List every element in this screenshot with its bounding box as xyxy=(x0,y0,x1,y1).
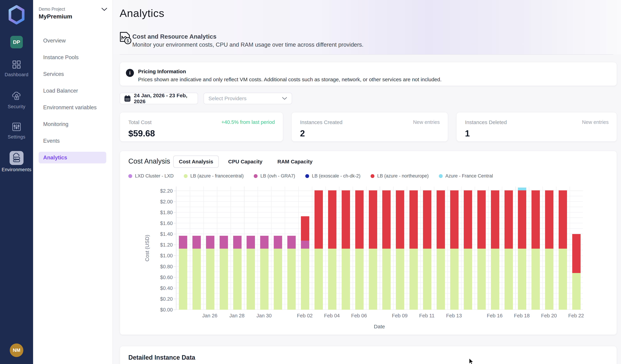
chart-legend: LXD Cluster - LXDLB (azure - francecentr… xyxy=(128,173,493,179)
app-screen: DP Dashboard Security Settings Environme… xyxy=(0,0,621,364)
stat-value: 2 xyxy=(300,128,305,138)
sidebar-item-events[interactable]: Events xyxy=(39,135,106,147)
legend-item[interactable]: LB (exoscale - ch-dk-2) xyxy=(305,173,361,179)
bar-segment xyxy=(369,249,377,310)
bar-jan-28[interactable] xyxy=(233,236,242,310)
date-range-picker[interactable]: 24 Jan, 2026 - 23 Feb, 2026 xyxy=(120,93,198,104)
bar-feb-04[interactable] xyxy=(328,190,336,310)
legend-item[interactable]: Azure - France Central xyxy=(439,173,493,179)
legend-label: LB (exoscale - ch-dk-2) xyxy=(312,173,361,179)
sidebar-item-instance-pools[interactable]: Instance Pools xyxy=(39,51,106,63)
bar-feb-19[interactable] xyxy=(532,190,540,310)
bar-segment xyxy=(342,190,350,249)
legend-item[interactable]: LXD Cluster - LXD xyxy=(128,173,174,179)
app-logo[interactable] xyxy=(0,0,33,30)
bar-segment xyxy=(301,216,309,241)
rail-item-environments[interactable]: Environments xyxy=(0,151,33,172)
bar-segment xyxy=(260,236,269,249)
sliders-icon xyxy=(11,121,22,132)
legend-item[interactable]: LB (ovh - GRA7) xyxy=(254,173,295,179)
bar-segment xyxy=(382,249,391,310)
sidebar-item-services[interactable]: Services xyxy=(39,68,106,80)
legend-item[interactable]: LB (azure - francecentral) xyxy=(184,173,244,179)
bar-segment xyxy=(220,236,228,249)
user-avatar[interactable]: NM xyxy=(10,344,23,357)
sidebar-item-overview[interactable]: Overview xyxy=(39,35,106,47)
project-avatar[interactable]: DP xyxy=(10,36,23,48)
rail-item-label: Dashboard xyxy=(5,72,29,77)
tab-cost-analysis[interactable]: Cost Analysis xyxy=(173,156,219,168)
bar-feb-12[interactable] xyxy=(437,190,445,310)
legend-dot xyxy=(439,174,443,178)
bar-segment xyxy=(504,249,513,310)
bar-feb-15[interactable] xyxy=(477,190,486,310)
bar-segment xyxy=(206,236,214,249)
bar-feb-06[interactable] xyxy=(355,190,364,310)
bar-feb-10[interactable] xyxy=(409,190,418,310)
svg-text:$: $ xyxy=(127,38,129,43)
y-tick-mark xyxy=(173,288,176,288)
bar-feb-14[interactable] xyxy=(464,190,472,310)
section-title: Cost and Resource Analytics xyxy=(132,33,216,40)
bar-feb-21[interactable] xyxy=(559,190,567,310)
provider-select[interactable]: Select Providers xyxy=(204,93,292,104)
detail-section-title: Detailed Instance Data xyxy=(128,354,195,361)
bar-feb-16[interactable] xyxy=(491,190,499,310)
rail-item-security[interactable]: Security xyxy=(0,91,33,109)
header-divider xyxy=(120,54,613,55)
bar-jan-30[interactable] xyxy=(260,236,269,310)
chevron-down-icon[interactable] xyxy=(101,8,107,11)
bar-feb-02[interactable] xyxy=(301,216,309,310)
rail-item-label: Environments xyxy=(1,167,31,172)
y-tick-mark xyxy=(173,191,176,191)
tab-ram-capacity[interactable]: RAM Capacity xyxy=(272,156,318,168)
bar-segment xyxy=(450,190,459,249)
bar-jan-26[interactable] xyxy=(206,236,214,310)
bar-feb-11[interactable] xyxy=(423,190,431,310)
bar-feb-13[interactable] xyxy=(450,190,459,310)
y-tick-label: $2.20 xyxy=(160,188,173,194)
rail-item-settings[interactable]: Settings xyxy=(0,121,33,140)
bar-segment xyxy=(504,190,513,249)
cost-analytics-icon: $ xyxy=(120,32,132,46)
bar-feb-17[interactable] xyxy=(504,190,513,310)
bar-feb-07[interactable] xyxy=(369,190,377,310)
bar-segment xyxy=(477,249,486,310)
legend-item[interactable]: LB (azure - northeurope) xyxy=(371,173,429,179)
bar-feb-01[interactable] xyxy=(287,236,296,310)
rail-item-label: Security xyxy=(8,104,25,109)
provider-select-placeholder: Select Providers xyxy=(208,96,246,101)
bar-segment xyxy=(477,190,486,249)
project-switcher[interactable]: Demo Project MyPremium xyxy=(39,7,108,20)
chart-plot-area: Jan 26Jan 28Jan 30Feb 02Feb 04Feb 06Feb … xyxy=(176,186,583,310)
detailed-instance-data-card: Detailed Instance Data xyxy=(120,346,617,364)
bar-jan-29[interactable] xyxy=(247,236,255,310)
bar-jan-24[interactable] xyxy=(179,236,187,310)
bar-segment xyxy=(274,236,282,249)
chart-plot[interactable] xyxy=(176,186,583,310)
sidebar-item-monitoring[interactable]: Monitoring xyxy=(39,118,106,130)
rail-item-dashboard[interactable]: Dashboard xyxy=(0,59,33,77)
bar-feb-20[interactable] xyxy=(545,190,553,310)
bar-jan-31[interactable] xyxy=(274,236,282,310)
pricing-banner-body: Prices shown are indicative and only ref… xyxy=(138,77,442,83)
bar-feb-05[interactable] xyxy=(342,190,350,310)
bar-feb-03[interactable] xyxy=(314,190,323,310)
bar-feb-18[interactable] xyxy=(518,188,526,310)
tab-cpu-capacity[interactable]: CPU Capacity xyxy=(223,156,268,168)
x-tick-label: Feb 16 xyxy=(487,313,502,319)
bar-feb-08[interactable] xyxy=(382,190,391,310)
bar-segment xyxy=(559,190,567,249)
sidebar-item-load-balancer[interactable]: Load Balancer xyxy=(39,85,106,97)
bar-jan-25[interactable] xyxy=(192,236,201,310)
bar-jan-27[interactable] xyxy=(220,236,228,310)
page-title: Analytics xyxy=(120,7,164,19)
y-tick-mark xyxy=(173,234,176,234)
legend-label: LXD Cluster - LXD xyxy=(135,173,174,179)
sidebar-item-environment-variables[interactable]: Environment variables xyxy=(39,102,106,113)
bar-feb-09[interactable] xyxy=(396,190,404,310)
sidebar-item-analytics[interactable]: Analytics xyxy=(39,152,106,163)
legend-dot xyxy=(184,174,188,178)
bar-segment xyxy=(328,190,336,249)
bar-feb-22[interactable] xyxy=(572,234,581,310)
